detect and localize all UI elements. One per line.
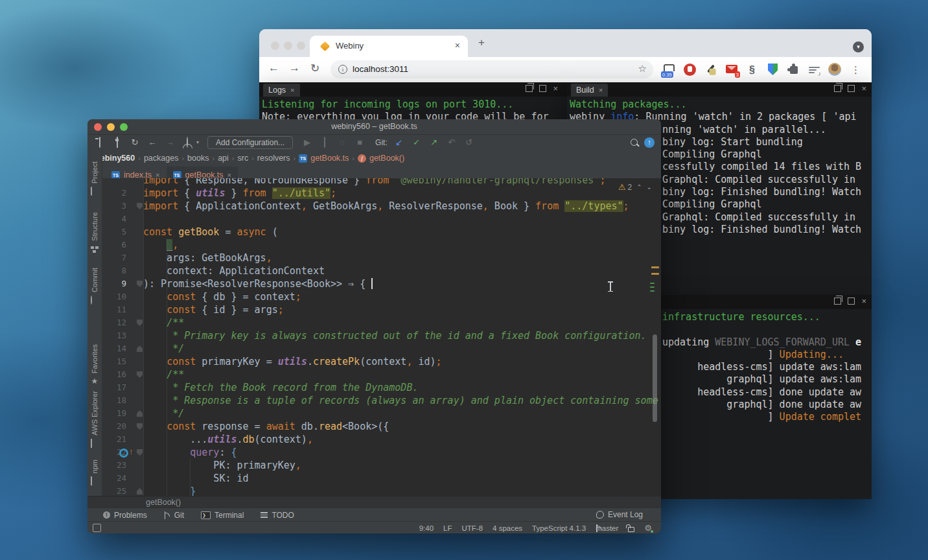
debug-bug-icon[interactable]	[319, 137, 331, 148]
status-item[interactable]: UTF-8	[461, 524, 483, 532]
code-line-7[interactable]: 7 args: GetBookArgs,	[102, 251, 661, 264]
status-item[interactable]: TypeScript 4.1.3	[532, 524, 586, 532]
sidebar-item-favorites[interactable]: Favorites★	[87, 344, 102, 386]
fold-marker-icon[interactable]	[137, 203, 143, 209]
git-commit-icon[interactable]: ✓	[411, 137, 423, 148]
next-warning-icon[interactable]: ⌄	[647, 183, 652, 191]
code-line-1[interactable]: import { Response, NotFoundResponse } fr…	[102, 178, 661, 187]
sidebar-item-aws-explorer[interactable]: AWS Explorer	[87, 391, 102, 448]
code-line-9[interactable]: 9): Promise<ResolverResponse<Book>> ⇒ {	[102, 277, 661, 290]
window-minimize-button[interactable]	[284, 41, 292, 50]
fold-marker-icon[interactable]	[137, 281, 143, 287]
menu-dots-icon[interactable]: ⋮	[849, 63, 863, 76]
back-icon[interactable]: ←	[146, 137, 158, 148]
window-close-button[interactable]	[271, 41, 279, 50]
fold-marker-icon[interactable]	[137, 410, 143, 417]
breadcrumb-item[interactable]: resolvers	[257, 154, 290, 163]
fold-marker-icon[interactable]	[137, 488, 143, 495]
recursive-call-icon[interactable]	[119, 449, 128, 458]
profile-avatar[interactable]	[828, 63, 842, 76]
code-line-5[interactable]: 5const getBook = async (	[102, 226, 661, 239]
back-button[interactable]: ←	[268, 62, 279, 75]
restore-icon[interactable]	[834, 85, 841, 92]
run-icon[interactable]: ▶	[301, 137, 313, 148]
forward-icon[interactable]: →	[164, 137, 176, 148]
profile-icon[interactable]: ◌	[336, 137, 348, 148]
git-history-icon[interactable]: ↺	[463, 137, 475, 148]
code-line-23[interactable]: 23 PK: primaryKey,	[102, 459, 661, 472]
sync-icon[interactable]: ↻	[129, 137, 141, 148]
tab-overflow-button[interactable]: ▾	[853, 41, 864, 52]
maximize-icon[interactable]	[848, 85, 855, 92]
code-line-21[interactable]: 21 ...utils.db(context),	[102, 433, 661, 446]
logs-tab-close-icon[interactable]: ×	[290, 86, 294, 94]
shield-icon[interactable]	[766, 63, 780, 76]
code-editor[interactable]: import { Response, NotFoundResponse } fr…	[102, 178, 661, 496]
toolwindow-button-git[interactable]: Git	[164, 511, 184, 520]
editor-scrollbar[interactable]	[653, 334, 657, 422]
prev-warning-icon[interactable]: ⌃	[636, 183, 642, 191]
window-close-button[interactable]	[94, 123, 102, 131]
breadcrumb-item[interactable]: api	[218, 154, 229, 163]
breadcrumb-item[interactable]: src	[237, 154, 248, 163]
add-configuration-button[interactable]: Add Configuration...	[207, 136, 293, 149]
breadcrumb-item[interactable]: getBook()	[369, 154, 404, 163]
toolwindow-button-terminal[interactable]: ❯Terminal	[201, 511, 244, 520]
code-line-11[interactable]: 11 const { id } = args;	[102, 303, 661, 316]
logs-tab[interactable]: Logs×	[263, 84, 300, 97]
restore-icon[interactable]	[834, 298, 841, 305]
fold-marker-icon[interactable]	[137, 320, 143, 326]
save-all-icon[interactable]	[111, 137, 123, 148]
maximize-icon[interactable]	[539, 85, 546, 92]
breadcrumb-item[interactable]: books	[187, 154, 209, 163]
sidebar-item-structure[interactable]: Structure	[87, 212, 102, 253]
bookmark-star-icon[interactable]: ☆	[638, 63, 647, 75]
tab-close-icon[interactable]: ×	[455, 40, 460, 51]
scale-extension-icon[interactable]: 0.35	[662, 63, 676, 76]
code-line-2[interactable]: 2import { utils } from "../utils";	[102, 187, 661, 200]
maximize-icon[interactable]	[848, 298, 855, 305]
toolwindow-button-problems[interactable]: !Problems	[103, 511, 147, 520]
build-tab[interactable]: Build×	[571, 84, 608, 97]
open-folder-icon[interactable]	[94, 137, 106, 148]
git-branch-widget[interactable]: master	[596, 524, 618, 532]
code-line-19[interactable]: 19 */	[102, 407, 661, 420]
toolwindow-button-todo[interactable]: TODO	[261, 511, 294, 520]
eyedropper-icon[interactable]	[704, 63, 717, 76]
user-icon[interactable]	[181, 137, 193, 148]
sidebar-item-commit[interactable]: Commit	[87, 268, 102, 305]
build-tab-close-icon[interactable]: ×	[599, 86, 603, 94]
code-line-18[interactable]: 18 * Response is a tuple of records (alw…	[102, 394, 661, 407]
session-icon[interactable]: §	[745, 63, 759, 76]
git-update-icon[interactable]: ↙	[393, 137, 405, 148]
new-tab-button[interactable]: +	[478, 36, 485, 49]
code-line-10[interactable]: 10 const { db } = context;	[102, 290, 661, 303]
code-line-20[interactable]: 20 const response = await db.read<Book>(…	[102, 420, 661, 433]
window-zoom-button[interactable]	[120, 123, 128, 131]
close-icon[interactable]: ×	[861, 298, 866, 304]
adblock-hand-icon[interactable]	[683, 63, 697, 76]
tool-window-switcher-icon[interactable]	[93, 524, 101, 532]
site-info-icon[interactable]: i	[338, 65, 347, 74]
lock-open-icon[interactable]	[628, 527, 634, 532]
code-line-17[interactable]: 17 * Fetch the Book record from the Dyna…	[102, 381, 661, 394]
warning-mark[interactable]	[651, 266, 659, 268]
reload-button[interactable]: ↻	[310, 62, 319, 75]
sidebar-item-project[interactable]: Project	[87, 161, 102, 196]
stop-icon[interactable]: ■	[354, 137, 365, 148]
window-minimize-button[interactable]	[107, 123, 115, 131]
code-line-25[interactable]: 25 }	[102, 485, 661, 496]
code-line-12[interactable]: 12 /**	[102, 316, 661, 329]
breadcrumb-item[interactable]: packages	[144, 154, 179, 163]
mail-icon[interactable]: 3	[725, 63, 738, 76]
status-item[interactable]: 4 spaces	[493, 524, 522, 532]
close-icon[interactable]: ×	[553, 86, 558, 91]
inspections-widget[interactable]: ⚠2 ⌃ ⌄	[618, 182, 652, 192]
code-line-4[interactable]: 4	[102, 213, 661, 226]
fold-marker-icon[interactable]	[137, 449, 143, 456]
search-icon[interactable]	[631, 139, 638, 146]
puzzle-icon[interactable]	[787, 63, 800, 76]
close-icon[interactable]: ×	[861, 86, 866, 91]
update-notification-icon[interactable]: ↑	[644, 137, 655, 148]
breadcrumb-item[interactable]: getBook.ts	[310, 154, 349, 163]
